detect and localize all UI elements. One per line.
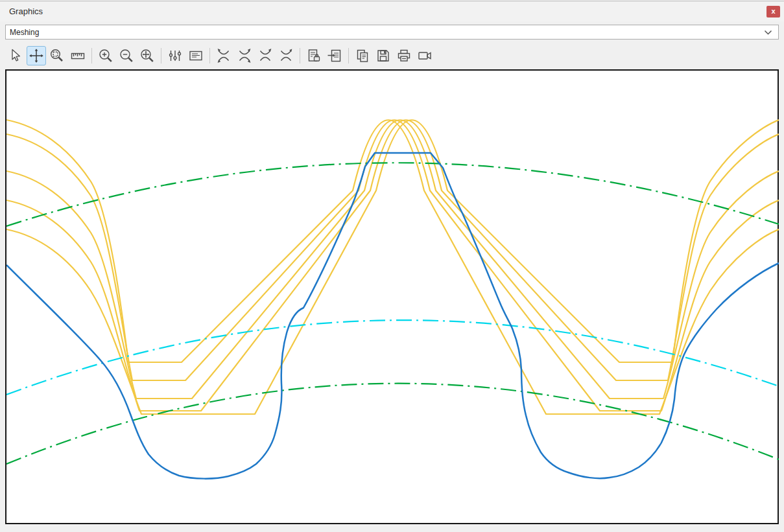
rotate-gear-a-button[interactable]: [255, 46, 275, 65]
mesh-rotate-left-icon: [216, 48, 232, 64]
title-bar: Graphics x: [0, 1, 784, 21]
document-lock-icon: [306, 48, 322, 64]
display-settings-button[interactable]: [165, 46, 185, 65]
zoom-window-button[interactable]: [47, 46, 67, 65]
chevron-down-icon: [764, 30, 772, 35]
close-button[interactable]: x: [766, 6, 780, 17]
curve-mating-tooth-position-4: [6, 120, 779, 411]
video-camera-icon: [417, 48, 433, 64]
rotate-cw-button[interactable]: [235, 46, 254, 65]
plot-canvas[interactable]: [5, 69, 779, 524]
add-to-report-button[interactable]: [325, 46, 344, 65]
document-import-icon: [327, 48, 342, 64]
ruler-icon: [70, 48, 86, 64]
zoom-in-icon: [98, 48, 113, 64]
move-icon: [29, 48, 44, 64]
printer-icon: [396, 48, 412, 64]
measure-button[interactable]: [68, 46, 88, 65]
curve-tip-circle-mating-gear: [6, 163, 779, 226]
save-icon: [375, 48, 391, 64]
close-icon: x: [771, 8, 775, 15]
lock-graphic-button[interactable]: [304, 46, 324, 65]
toolbar-separator: [91, 48, 92, 64]
mesh-rotate-right-icon: [237, 48, 252, 64]
annotation-button[interactable]: [186, 46, 206, 65]
sliders-icon: [167, 48, 183, 64]
rotate-gear-b-button[interactable]: [276, 46, 296, 65]
mesh-rotate-single-a-icon: [257, 48, 273, 64]
curve-mating-tooth-position-1: [6, 120, 779, 414]
toolbar-separator: [161, 48, 161, 64]
curve-mating-tooth-position-3: [6, 120, 779, 399]
mesh-rotate-single-b-icon: [278, 48, 294, 64]
print-button[interactable]: [394, 46, 414, 65]
zoom-fit-icon: [139, 48, 155, 64]
rotate-ccw-button[interactable]: [214, 46, 233, 65]
meshing-plot: [6, 71, 779, 523]
zoom-out-button[interactable]: [117, 46, 136, 65]
pan-tool-button[interactable]: [27, 46, 46, 65]
select-tool-button[interactable]: [6, 46, 25, 65]
cursor-icon: [8, 48, 23, 64]
curve-mating-tooth-position-5: [6, 120, 779, 414]
toolbar-separator: [348, 48, 349, 64]
curve-pitch-circle: [6, 320, 779, 395]
graphics-toolbar: [0, 44, 784, 67]
window-title: Graphics: [9, 6, 43, 16]
zoom-selection-icon: [49, 48, 65, 64]
record-animation-button[interactable]: [415, 46, 434, 65]
toolbar-separator: [209, 48, 210, 64]
save-button[interactable]: [374, 46, 393, 65]
graphic-type-dropdown[interactable]: Meshing: [5, 25, 779, 40]
toolbar-separator: [300, 48, 300, 64]
curve-mating-tooth-position-2: [6, 120, 779, 411]
graphic-type-value: Meshing: [10, 28, 39, 37]
text-box-icon: [188, 48, 204, 64]
zoom-in-button[interactable]: [96, 46, 115, 65]
copy-icon: [355, 48, 370, 64]
zoom-fit-button[interactable]: [137, 46, 157, 65]
zoom-out-icon: [119, 48, 134, 64]
copy-button[interactable]: [353, 46, 372, 65]
